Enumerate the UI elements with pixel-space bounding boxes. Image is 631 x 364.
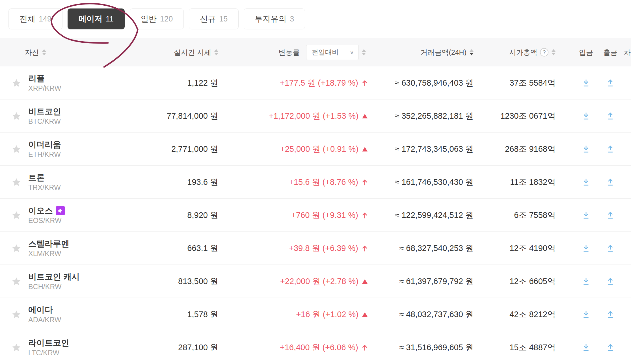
sort-icon[interactable] — [362, 49, 366, 55]
withdraw-icon[interactable] — [600, 99, 620, 133]
tab-메이저-active[interactable]: 메이저11 — [68, 8, 125, 29]
withdraw-icon[interactable] — [600, 232, 620, 265]
volume-cell: ≈ 48,032,737,630 원 — [376, 298, 474, 331]
volume-cell: ≈ 61,397,679,792 원 — [376, 265, 474, 298]
tab-label: 투자유의 — [255, 14, 286, 24]
withdraw-icon[interactable] — [600, 265, 620, 298]
asset-cell: 에이다ADA/KRW — [28, 298, 61, 331]
coin-row-eth[interactable]: 이더리움ETH/KRW2,771,000 원+25,000 원 (+0.91 %… — [0, 133, 631, 166]
coin-pair: BCH/KRW — [28, 282, 62, 291]
favorite-star-icon[interactable] — [10, 166, 23, 199]
deposit-icon[interactable] — [576, 232, 596, 265]
volume-cell: ≈ 161,746,530,430 원 — [376, 166, 474, 199]
tab-count: 11 — [106, 15, 114, 23]
coin-row-btc[interactable]: 비트코인BTC/KRW77,814,000 원+1,172,000 원 (+1.… — [0, 99, 631, 133]
favorite-star-icon[interactable] — [10, 232, 23, 265]
coin-row-xlm[interactable]: 스텔라루멘XLM/KRW663.1 원+39.8 원 (+6.39 %)≈ 68… — [0, 232, 631, 265]
coin-name: 라이트코인 — [28, 337, 69, 348]
change-value: +25,000 원 (+0.91 %) — [280, 144, 358, 155]
tab-label: 메이저 — [79, 14, 102, 24]
sort-icon[interactable] — [552, 49, 556, 55]
tab-count: 15 — [219, 15, 228, 23]
change-value: +22,000 원 (+2.78 %) — [280, 276, 358, 287]
change-cell: +22,000 원 (+2.78 %) — [226, 265, 368, 298]
column-header-deposit: 입금 — [576, 38, 596, 66]
favorite-star-icon[interactable] — [10, 298, 23, 331]
withdraw-icon[interactable] — [600, 199, 620, 232]
coin-row-eos[interactable]: 이오스EOS/KRW8,920 원+760 원 (+9.31 %)≈ 122,5… — [0, 199, 631, 232]
tab-전체[interactable]: 전체149 — [8, 8, 62, 29]
sort-icon[interactable] — [214, 49, 218, 55]
coin-name: 스텔라루멘 — [28, 238, 69, 249]
price-cell: 2,771,000 원 — [119, 133, 218, 166]
favorite-star-icon[interactable] — [10, 331, 23, 364]
favorite-star-icon[interactable] — [10, 199, 23, 232]
market-cap-cell: 1230조 0671억 — [469, 99, 556, 133]
change-cell: +16 원 (+1.02 %) — [226, 298, 368, 331]
deposit-icon[interactable] — [576, 199, 596, 232]
coin-row-trx[interactable]: 트론TRX/KRW193.6 원+15.6 원 (+8.76 %)≈ 161,7… — [0, 166, 631, 199]
favorite-star-icon[interactable] — [10, 265, 23, 298]
favorite-star-icon[interactable] — [10, 133, 23, 166]
coin-name: 트론 — [28, 172, 45, 183]
change-cell: +177.5 원 (+18.79 %) — [226, 66, 368, 99]
price-cell: 193.6 원 — [119, 166, 218, 199]
favorite-star-icon[interactable] — [10, 99, 23, 133]
notice-icon[interactable] — [56, 206, 65, 215]
coin-name: 이오스 — [28, 205, 53, 216]
coin-row-ltc[interactable]: 라이트코인LTC/KRW287,100 원+16,400 원 (+6.06 %)… — [0, 331, 631, 364]
deposit-icon[interactable] — [576, 265, 596, 298]
tab-투자유의[interactable]: 투자유의3 — [244, 8, 305, 29]
change-cell: +39.8 원 (+6.39 %) — [226, 232, 368, 265]
market-cap-cell: 12조 6605억 — [469, 265, 556, 298]
rise-triangle-icon — [362, 279, 368, 284]
coin-name: 에이다 — [28, 304, 53, 315]
change-value: +16,400 원 (+6.06 %) — [280, 342, 358, 353]
table-header: 자산 실시간 시세 변동률 전일대비 ∨ 거래금액( — [0, 38, 631, 66]
asset-cell: 리플XRP/KRW — [28, 66, 61, 99]
rise-arrow-icon — [362, 80, 368, 86]
withdraw-icon[interactable] — [600, 166, 620, 199]
coin-row-bch[interactable]: 비트코인 캐시BCH/KRW813,500 원+22,000 원 (+2.78 … — [0, 265, 631, 298]
change-value: +1,172,000 원 (+1.53 %) — [269, 110, 358, 122]
withdraw-icon[interactable] — [600, 298, 620, 331]
column-header-price[interactable]: 실시간 시세 — [119, 38, 218, 66]
column-header-withdraw: 출금 — [600, 38, 620, 66]
sort-icon[interactable] — [42, 49, 46, 55]
change-basis-dropdown[interactable]: 전일대비 ∨ — [306, 45, 359, 60]
deposit-icon[interactable] — [576, 99, 596, 133]
coin-pair: XRP/KRW — [28, 84, 61, 93]
market-cap-cell: 15조 4887억 — [469, 331, 556, 364]
asset-cell: 스텔라루멘XLM/KRW — [28, 232, 69, 265]
change-value: +16 원 (+1.02 %) — [296, 309, 358, 320]
column-header-change: 변동률 전일대비 ∨ — [278, 38, 366, 66]
column-header-volume[interactable]: 거래금액(24H) — [376, 38, 474, 66]
market-cap-header-label: 시가총액 — [509, 48, 537, 57]
change-header-label: 변동률 — [278, 48, 300, 57]
market-cap-cell: 42조 8212억 — [469, 298, 556, 331]
deposit-icon[interactable] — [576, 66, 596, 99]
deposit-icon[interactable] — [576, 298, 596, 331]
deposit-icon[interactable] — [576, 166, 596, 199]
withdraw-icon[interactable] — [600, 66, 620, 99]
volume-header-label: 거래금액(24H) — [420, 48, 466, 57]
help-icon[interactable]: ? — [540, 48, 548, 57]
price-cell: 1,578 원 — [119, 298, 218, 331]
tab-일반[interactable]: 일반120 — [130, 8, 184, 29]
favorite-star-icon[interactable] — [10, 66, 23, 99]
tab-신규[interactable]: 신규15 — [189, 8, 239, 29]
change-value: +39.8 원 (+6.39 %) — [289, 243, 358, 254]
withdraw-icon[interactable] — [600, 331, 620, 364]
column-header-asset[interactable]: 자산 — [25, 38, 46, 66]
coin-pair: LTC/KRW — [28, 348, 59, 358]
coin-pair: TRX/KRW — [28, 183, 61, 192]
deposit-icon[interactable] — [576, 133, 596, 166]
withdraw-icon[interactable] — [600, 133, 620, 166]
market-filter-tabs: 전체149메이저11일반120신규15투자유의3 — [8, 8, 305, 29]
tab-label: 일반 — [141, 14, 157, 24]
coin-row-ada[interactable]: 에이다ADA/KRW1,578 원+16 원 (+1.02 %)≈ 48,032… — [0, 298, 631, 331]
change-basis-selected: 전일대비 — [312, 48, 339, 57]
coin-row-xrp[interactable]: 리플XRP/KRW1,122 원+177.5 원 (+18.79 %)≈ 630… — [0, 66, 631, 99]
deposit-icon[interactable] — [576, 331, 596, 364]
column-header-market-cap[interactable]: 시가총액 ? — [469, 38, 556, 66]
